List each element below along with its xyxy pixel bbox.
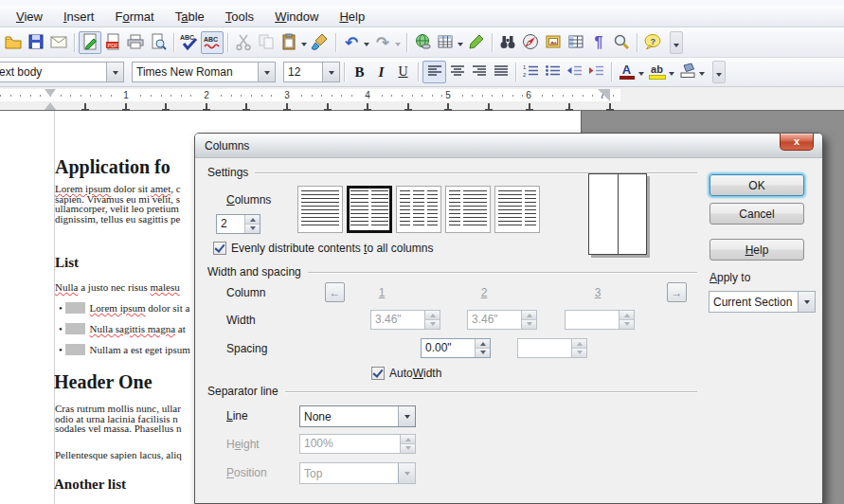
gallery-button[interactable] bbox=[542, 31, 565, 54]
cancel-button[interactable]: Cancel bbox=[709, 203, 804, 225]
left-arrow-icon: ← bbox=[330, 287, 341, 298]
scissors-icon bbox=[234, 32, 253, 54]
font-size-combo[interactable]: 12 bbox=[283, 62, 340, 82]
spin-up-button[interactable] bbox=[476, 339, 490, 348]
open-button[interactable] bbox=[2, 31, 25, 54]
line-dropdown-button[interactable] bbox=[398, 406, 415, 426]
formatting-toolbar: ext body Times New Roman 12 B I U 12 bbox=[0, 58, 844, 87]
bold-button[interactable]: B bbox=[349, 62, 370, 82]
envelope-icon bbox=[49, 32, 68, 54]
email-button[interactable] bbox=[47, 31, 70, 54]
paste-button[interactable] bbox=[278, 31, 300, 54]
numbered-list-button[interactable]: 12 bbox=[520, 62, 542, 82]
font-color-button[interactable]: A bbox=[616, 62, 637, 82]
autowidth-label[interactable]: AutoWidth bbox=[389, 367, 441, 380]
font-dropdown-button[interactable] bbox=[258, 63, 275, 81]
spin-up-button[interactable] bbox=[245, 215, 260, 224]
font-name-combo[interactable]: Times New Roman bbox=[132, 62, 276, 82]
font-color-dropdown-arrow-icon[interactable] bbox=[638, 72, 644, 79]
spacing-field-1[interactable]: 0.00" bbox=[421, 338, 491, 358]
clone-formatting-button[interactable] bbox=[309, 31, 332, 54]
menu-window[interactable]: Window bbox=[264, 8, 329, 26]
previous-column-button[interactable]: ← bbox=[325, 282, 345, 302]
spin-down-button[interactable] bbox=[245, 224, 260, 233]
apply-to-dropdown-button[interactable] bbox=[798, 292, 815, 312]
paste-dropdown-arrow-icon[interactable] bbox=[301, 43, 307, 49]
preset-right-narrow[interactable] bbox=[494, 186, 540, 233]
left-indent-marker[interactable] bbox=[45, 97, 56, 110]
menu-view[interactable]: View bbox=[6, 8, 53, 26]
distribute-checkbox[interactable] bbox=[213, 242, 226, 255]
preset-three-columns[interactable] bbox=[396, 186, 441, 233]
highlighting-button[interactable]: ab bbox=[646, 62, 668, 82]
highlighting-dropdown-arrow-icon[interactable] bbox=[669, 72, 674, 79]
preset-left-narrow[interactable] bbox=[445, 186, 491, 233]
help-button[interactable]: Help bbox=[709, 239, 804, 261]
align-right-button[interactable] bbox=[468, 62, 490, 82]
undo-dropdown-arrow-icon[interactable] bbox=[364, 43, 369, 49]
align-left-button[interactable] bbox=[422, 61, 446, 83]
background-dropdown-arrow-icon[interactable] bbox=[699, 72, 705, 79]
help-button[interactable]: ? bbox=[641, 31, 664, 54]
edit-file-button[interactable] bbox=[79, 31, 101, 54]
document-paragraph-line: ullamcorper, velit leo pretium bbox=[55, 204, 181, 214]
justify-button[interactable] bbox=[490, 62, 512, 82]
toolbar-separator bbox=[406, 33, 407, 52]
paragraph-style-combo[interactable]: ext body bbox=[0, 62, 124, 82]
underline-button[interactable]: U bbox=[392, 62, 414, 82]
data-sources-button[interactable] bbox=[565, 31, 587, 54]
open-folder-icon bbox=[4, 32, 23, 54]
save-button[interactable] bbox=[25, 31, 47, 54]
print-preview-button[interactable] bbox=[147, 31, 170, 54]
dialog-title-bar[interactable]: Columns bbox=[195, 134, 822, 158]
menu-table[interactable]: Table bbox=[165, 8, 215, 26]
export-pdf-button[interactable]: PDF bbox=[101, 31, 124, 54]
undo-button[interactable]: ↶ bbox=[340, 31, 363, 54]
align-center-button[interactable] bbox=[446, 62, 468, 82]
print-button[interactable] bbox=[124, 31, 147, 54]
columns-count-spinner[interactable]: 2 bbox=[216, 214, 260, 234]
tab-stop-icon bbox=[566, 103, 573, 111]
bullet-list-button[interactable] bbox=[542, 62, 564, 82]
dialog-title: Columns bbox=[205, 139, 249, 153]
horizontal-ruler[interactable]: 1 2 3 4 5 6 7 bbox=[0, 87, 844, 111]
toolbar-options-button[interactable] bbox=[712, 61, 726, 83]
toolbar-options-button[interactable] bbox=[670, 31, 683, 54]
ok-button[interactable]: OK bbox=[709, 174, 804, 196]
zoom-button[interactable] bbox=[610, 31, 633, 54]
bullet-icon: • bbox=[59, 344, 63, 355]
background-color-button[interactable] bbox=[676, 62, 698, 82]
hyperlink-button[interactable] bbox=[411, 31, 434, 54]
navigator-button[interactable] bbox=[519, 31, 542, 54]
menu-help[interactable]: Help bbox=[329, 8, 375, 26]
apply-to-combo[interactable]: Current Section bbox=[709, 291, 816, 313]
draw-functions-button[interactable] bbox=[465, 31, 488, 54]
svg-text:2: 2 bbox=[523, 72, 527, 78]
auto-spellcheck-button[interactable]: ABC bbox=[201, 31, 224, 54]
italic-button[interactable]: I bbox=[370, 62, 392, 82]
menu-format[interactable]: Format bbox=[104, 8, 164, 26]
increase-indent-button[interactable] bbox=[585, 62, 607, 82]
menu-insert[interactable]: Insert bbox=[53, 8, 105, 26]
decrease-indent-button[interactable] bbox=[564, 62, 585, 82]
spin-down-button[interactable] bbox=[476, 348, 490, 357]
find-replace-button[interactable] bbox=[496, 31, 519, 54]
preset-one-column[interactable] bbox=[297, 186, 343, 233]
style-dropdown-button[interactable] bbox=[106, 63, 123, 81]
line-style-combo[interactable]: None bbox=[299, 405, 416, 427]
spelling-button[interactable]: ABC bbox=[178, 31, 201, 54]
insert-table-button[interactable] bbox=[434, 31, 457, 54]
size-dropdown-button[interactable] bbox=[322, 63, 339, 81]
close-button[interactable]: x bbox=[780, 134, 814, 151]
preset-two-columns[interactable] bbox=[347, 186, 392, 233]
autowidth-checkbox[interactable] bbox=[371, 367, 385, 380]
formatting-marks-button[interactable]: ¶ bbox=[587, 31, 610, 54]
next-column-button[interactable]: → bbox=[667, 282, 687, 302]
table-dropdown-arrow-icon[interactable] bbox=[458, 43, 463, 49]
menu-tools[interactable]: Tools bbox=[215, 8, 264, 26]
list-item: • Lorem ipsum dolor sit a bbox=[59, 302, 189, 314]
picture-frame-icon bbox=[544, 32, 563, 54]
ruler-number: 4 bbox=[362, 89, 373, 101]
right-indent-marker[interactable] bbox=[598, 89, 610, 101]
distribute-label[interactable]: Evenly distribute contents to all column… bbox=[231, 242, 433, 255]
